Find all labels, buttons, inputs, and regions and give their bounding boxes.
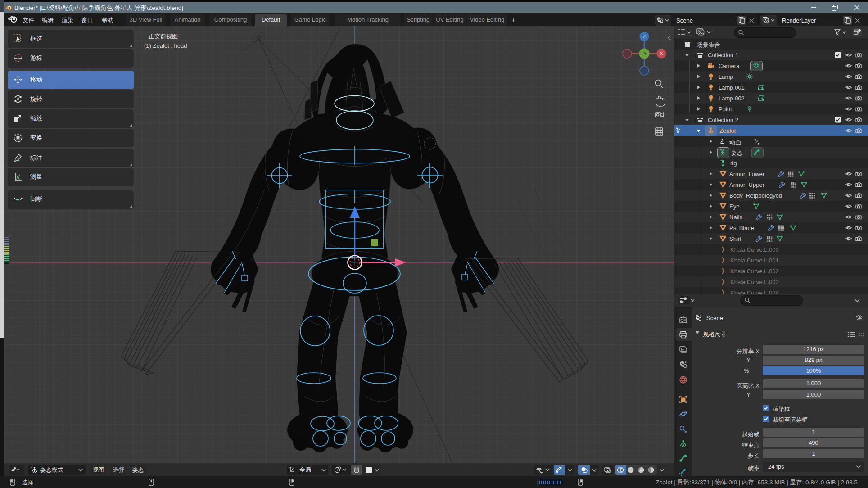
svg-text:Z: Z bbox=[643, 34, 646, 39]
svg-text:-Y: -Y bbox=[642, 51, 646, 56]
svg-text:X: X bbox=[660, 51, 663, 56]
